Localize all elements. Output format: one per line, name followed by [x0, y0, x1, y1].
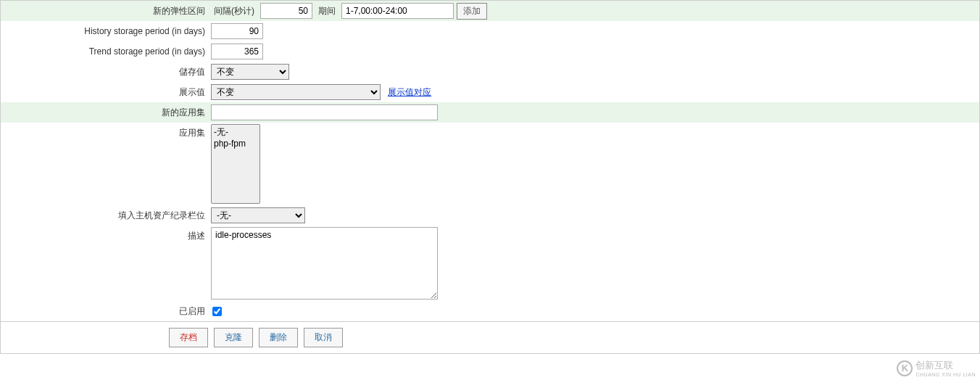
delete-button[interactable]: 删除	[259, 328, 298, 347]
store-value-select[interactable]: 不变	[211, 64, 289, 80]
host-inventory-select[interactable]: -无-	[211, 207, 305, 223]
flex-interval-label: 新的弹性区间	[1, 5, 211, 17]
enabled-checkbox[interactable]	[212, 307, 222, 316]
description-textarea[interactable]: idle-processes	[211, 227, 438, 300]
cancel-button[interactable]: 取消	[304, 328, 343, 347]
history-period-input[interactable]	[211, 23, 263, 39]
clone-button[interactable]: 克隆	[214, 328, 253, 347]
appset-listbox[interactable]: -无- php-fpm	[211, 124, 260, 204]
history-period-label: History storage period (in days)	[1, 26, 211, 36]
store-value-label: 儲存值	[1, 66, 211, 78]
trend-period-label: Trend storage period (in days)	[1, 46, 211, 57]
interval-seconds-label: 间隔(秒计)	[214, 5, 254, 17]
button-bar: 存档 克隆 删除 取消	[0, 322, 980, 354]
trend-period-input[interactable]	[211, 44, 263, 59]
show-value-link[interactable]: 展示值对应	[388, 86, 431, 99]
period-input[interactable]	[341, 3, 454, 19]
new-appset-label: 新的应用集	[1, 107, 211, 119]
add-button[interactable]: 添加	[457, 3, 487, 20]
description-label: 描述	[1, 227, 211, 242]
show-value-select[interactable]: 不变	[211, 84, 381, 100]
show-value-label: 展示值	[1, 86, 211, 99]
save-button[interactable]: 存档	[169, 328, 208, 347]
host-inventory-label: 填入主机资产纪录栏位	[1, 210, 211, 222]
new-appset-input[interactable]	[211, 104, 438, 120]
period-label: 期间	[318, 5, 336, 17]
interval-seconds-input[interactable]	[260, 3, 312, 19]
appset-label: 应用集	[1, 124, 211, 139]
enabled-label: 已启用	[1, 305, 211, 318]
